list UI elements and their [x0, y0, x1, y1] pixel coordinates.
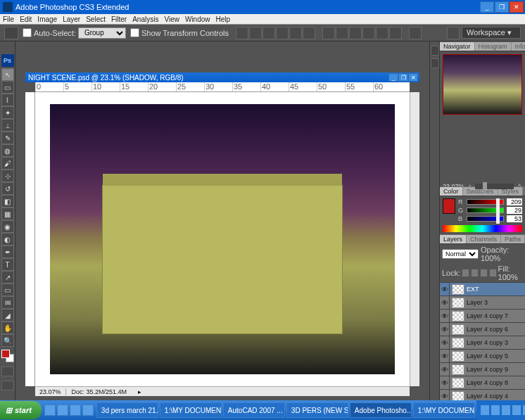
visibility-toggle[interactable]: 👁 [440, 350, 450, 362]
minimize-button[interactable]: _ [480, 1, 494, 13]
layer-thumb[interactable] [452, 378, 464, 388]
menu-window[interactable]: Window [185, 15, 210, 23]
notes-tool[interactable]: ✉ [1, 296, 14, 309]
menu-edit[interactable]: Edit [20, 15, 32, 23]
menu-layer[interactable]: Layer [63, 15, 80, 23]
layer-thumb[interactable] [452, 364, 464, 375]
document-canvas[interactable] [35, 92, 410, 386]
zoom-tool[interactable]: 🔍 [1, 334, 14, 347]
g-value[interactable]: 29 [507, 207, 522, 214]
taskbar-task[interactable]: Adobe Photosho... [350, 402, 412, 418]
ql-icon[interactable] [82, 405, 94, 416]
hand-tool[interactable]: ✋ [1, 322, 14, 334]
layer-thumb[interactable] [452, 284, 464, 295]
tray-icon[interactable] [512, 405, 521, 415]
g-slider[interactable] [467, 208, 504, 213]
align-hcenter-button[interactable] [289, 27, 302, 39]
taskbar-task[interactable]: 3D PERS (NEW S... [286, 402, 348, 418]
layer-row[interactable]: 👁Layer 4 copy 5 [440, 350, 525, 363]
menu-help[interactable]: Help [216, 15, 231, 23]
layer-thumb[interactable] [452, 324, 464, 335]
eyedropper-tool[interactable]: ◢ [1, 309, 14, 322]
visibility-toggle[interactable]: 👁 [440, 310, 450, 322]
menu-select[interactable]: Select [86, 15, 106, 23]
layer-row[interactable]: 👁Layer 4 copy 9 [440, 363, 525, 376]
marquee-tool[interactable]: ▭ [1, 81, 14, 94]
lock-all-button[interactable] [489, 269, 497, 277]
status-arrow[interactable]: ▸ [132, 388, 147, 395]
layer-row[interactable]: 👁Layer 3 [440, 296, 525, 310]
r-slider[interactable] [467, 199, 504, 205]
quickmask-toggle[interactable] [1, 367, 14, 376]
tab-info[interactable]: Info [512, 42, 525, 51]
tab-color[interactable]: Color [440, 187, 463, 196]
wand-tool[interactable]: ✦ [1, 106, 14, 119]
align-top-button[interactable] [236, 27, 248, 39]
visibility-toggle[interactable]: 👁 [440, 283, 450, 295]
align-bottom-button[interactable] [262, 27, 275, 39]
tab-paths[interactable]: Paths [501, 235, 525, 243]
start-button[interactable]: ⊞ start [0, 401, 42, 419]
screenmode-toggle[interactable] [1, 381, 14, 390]
distribute-vcenter-button[interactable] [336, 27, 348, 39]
workspace-selector[interactable]: Workspace ▾ [447, 27, 521, 39]
menu-filter[interactable]: Filter [111, 15, 127, 23]
layer-row[interactable]: 👁Layer 4 copy 7 [440, 310, 525, 323]
document-titlebar[interactable]: NIGHT SCENE.psd @ 23.1% (SHADOW, RGB/8) … [25, 72, 419, 82]
layer-thumb[interactable] [452, 311, 464, 322]
doc-close-button[interactable]: ✕ [408, 73, 418, 82]
taskbar-task[interactable]: AutoCAD 2007 ... [223, 402, 285, 418]
color-ramp[interactable] [443, 225, 522, 232]
history-brush-tool[interactable]: ↺ [1, 182, 14, 195]
visibility-toggle[interactable]: 👁 [440, 296, 450, 309]
doc-minimize-button[interactable]: _ [388, 73, 398, 82]
dock-icon-1[interactable] [431, 46, 439, 56]
blur-tool[interactable]: ◉ [1, 220, 14, 233]
heal-tool[interactable]: ◍ [1, 144, 14, 157]
taskbar-task[interactable]: 1:\MY DOCUMEN... [160, 402, 222, 418]
layer-row[interactable]: 👁Layer 4 copy 8 [440, 376, 525, 390]
dock-icon-2[interactable] [431, 58, 439, 68]
ql-icon[interactable] [57, 405, 68, 416]
menu-analysis[interactable]: Analysis [132, 15, 158, 23]
distribute-hcenter-button[interactable] [376, 27, 388, 39]
b-value[interactable]: 53 [507, 215, 522, 222]
pen-tool[interactable]: ✒ [1, 246, 14, 258]
navigator-preview[interactable] [443, 54, 522, 115]
tab-navigator[interactable]: Navigator [440, 42, 475, 51]
maximize-button[interactable]: ❐ [495, 1, 509, 13]
layer-thumb[interactable] [452, 298, 464, 308]
taskbar-task[interactable]: 1:\MY DOCUMEN... [413, 402, 475, 418]
tab-layers[interactable]: Layers [440, 235, 467, 243]
auto-select-checkbox[interactable] [23, 28, 32, 37]
taskbar-task[interactable]: 3d pers march 21... [96, 402, 158, 418]
color-swatches[interactable] [1, 350, 14, 362]
menu-file[interactable]: File [3, 15, 14, 23]
b-slider[interactable] [467, 216, 504, 222]
lock-position-button[interactable] [480, 269, 488, 277]
align-right-button[interactable] [303, 27, 315, 39]
auto-align-button[interactable] [409, 27, 422, 39]
visibility-toggle[interactable]: 👁 [440, 323, 450, 336]
dodge-tool[interactable]: ◐ [1, 233, 14, 246]
blend-mode-select[interactable]: Normal [442, 249, 479, 259]
layer-row[interactable]: 👁EXT [440, 283, 525, 296]
lock-pixels-button[interactable] [471, 269, 479, 277]
slice-tool[interactable]: ✎ [1, 132, 14, 144]
color-fg-swatch[interactable] [443, 198, 455, 214]
layer-row[interactable]: 👁Layer 4 copy 6 [440, 323, 525, 336]
vertical-scrollbar[interactable] [410, 92, 419, 386]
path-tool[interactable]: ↗ [1, 271, 14, 284]
crop-tool[interactable]: ⟂ [1, 119, 14, 132]
menu-image[interactable]: Image [37, 15, 57, 23]
tab-histogram[interactable]: Histogram [475, 42, 512, 51]
layer-row[interactable]: 👁Layer 4 copy 3 [440, 336, 525, 350]
foreground-swatch[interactable] [1, 350, 10, 358]
align-left-button[interactable] [276, 27, 289, 39]
distribute-left-button[interactable] [362, 27, 375, 39]
navigator-zoom-slider[interactable] [475, 184, 514, 189]
tray-icon[interactable] [502, 405, 510, 415]
auto-select-dropdown[interactable]: Group [78, 27, 126, 39]
r-value[interactable]: 209 [507, 198, 522, 205]
distribute-right-button[interactable] [389, 27, 402, 39]
